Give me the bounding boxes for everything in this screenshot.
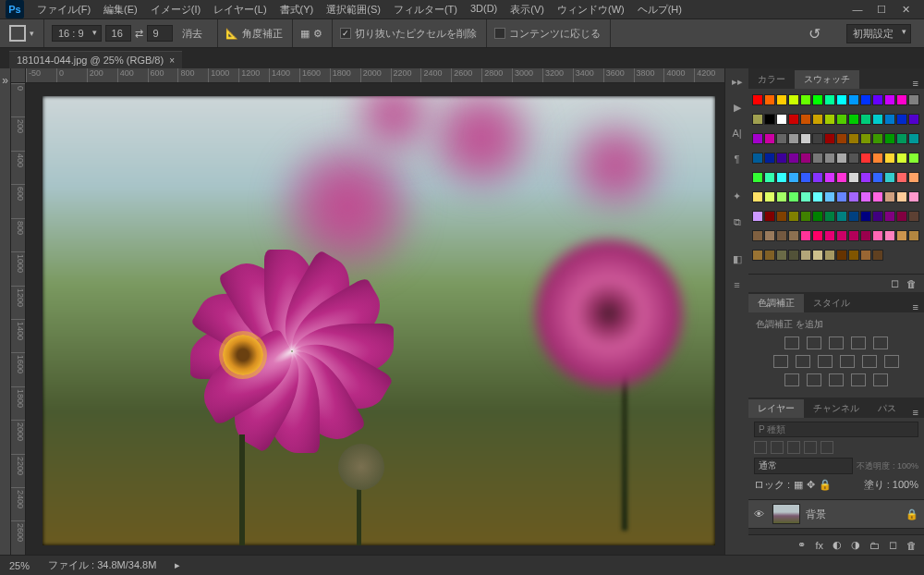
swatch-item[interactable] xyxy=(824,230,835,241)
swatch-item[interactable] xyxy=(896,230,907,241)
swatch-item[interactable] xyxy=(824,172,835,183)
tab-styles[interactable]: スタイル xyxy=(804,294,859,312)
swatch-item[interactable] xyxy=(752,230,763,241)
swatch-item[interactable] xyxy=(908,230,919,241)
menu-image[interactable]: イメージ(I) xyxy=(145,1,206,18)
swatch-item[interactable] xyxy=(872,94,883,105)
swatch-item[interactable] xyxy=(872,211,883,222)
close-tab-icon[interactable]: × xyxy=(169,55,175,66)
menu-layer[interactable]: レイヤー(L) xyxy=(208,1,272,18)
swatch-item[interactable] xyxy=(896,172,907,183)
swatch-item[interactable] xyxy=(896,133,907,144)
swatch-item[interactable] xyxy=(812,250,823,261)
adj-selective-icon[interactable] xyxy=(873,373,888,386)
swatch-item[interactable] xyxy=(776,230,787,241)
swatch-item[interactable] xyxy=(824,94,835,105)
swatch-item[interactable] xyxy=(752,153,763,164)
swatch-item[interactable] xyxy=(776,172,787,183)
swatch-item[interactable] xyxy=(812,114,823,125)
status-menu-icon[interactable]: ▸ xyxy=(175,559,180,571)
swatch-item[interactable] xyxy=(800,191,811,202)
swatch-item[interactable] xyxy=(884,153,895,164)
swatch-item[interactable] xyxy=(812,172,823,183)
measure-icon[interactable]: ≡ xyxy=(730,277,745,292)
tab-color[interactable]: カラー xyxy=(748,70,795,89)
swatch-item[interactable] xyxy=(764,250,775,261)
filter-smart-icon[interactable] xyxy=(821,441,833,454)
swatch-item[interactable] xyxy=(860,153,871,164)
adj-brightness-icon[interactable] xyxy=(784,336,799,349)
paragraph-icon[interactable]: ¶ xyxy=(730,152,745,166)
swatch-item[interactable] xyxy=(836,133,847,144)
swatch-item[interactable] xyxy=(908,114,919,125)
menu-filter[interactable]: フィルター(T) xyxy=(388,1,463,18)
swatch-item[interactable] xyxy=(788,250,799,261)
swatch-item[interactable] xyxy=(848,230,859,241)
panel-menu-icon[interactable]: ≡ xyxy=(907,78,924,89)
swatch-item[interactable] xyxy=(788,94,799,105)
swatch-item[interactable] xyxy=(908,191,919,202)
swatch-item[interactable] xyxy=(860,211,871,222)
swatch-item[interactable] xyxy=(872,133,883,144)
layer-thumbnail[interactable] xyxy=(772,504,800,524)
menu-select[interactable]: 選択範囲(S) xyxy=(321,1,386,18)
swatch-item[interactable] xyxy=(788,211,799,222)
swatch-item[interactable] xyxy=(872,250,883,261)
swatch-item[interactable] xyxy=(836,191,847,202)
swatch-item[interactable] xyxy=(764,211,775,222)
swatch-item[interactable] xyxy=(860,94,871,105)
swatch-item[interactable] xyxy=(836,211,847,222)
swatch-item[interactable] xyxy=(908,94,919,105)
swatch-item[interactable] xyxy=(776,250,787,261)
swatch-item[interactable] xyxy=(752,172,763,183)
swatch-item[interactable] xyxy=(812,211,823,222)
swatch-item[interactable] xyxy=(848,172,859,183)
swatch-item[interactable] xyxy=(788,153,799,164)
adj-hue-icon[interactable] xyxy=(773,355,788,368)
swap-icon[interactable]: ⇄ xyxy=(135,28,143,40)
new-layer-icon[interactable]: ◻ xyxy=(889,539,897,551)
swatch-item[interactable] xyxy=(848,94,859,105)
swatch-item[interactable] xyxy=(860,133,871,144)
clone-icon[interactable]: ⧉ xyxy=(730,214,745,229)
swatch-item[interactable] xyxy=(884,133,895,144)
history-icon[interactable]: ▸▸ xyxy=(730,74,745,89)
swatch-item[interactable] xyxy=(812,191,823,202)
swatch-item[interactable] xyxy=(908,133,919,144)
menu-help[interactable]: ヘルプ(H) xyxy=(632,1,687,18)
gear-icon[interactable]: ⚙ xyxy=(313,28,322,40)
workspace-select[interactable]: 初期設定 xyxy=(846,24,911,43)
ruler-vertical[interactable]: 0200400600800100012001400160018002000220… xyxy=(11,83,26,555)
swatch-item[interactable] xyxy=(764,191,775,202)
new-adjustment-icon[interactable]: ◑ xyxy=(851,539,860,551)
crop-tool-icon[interactable] xyxy=(9,25,26,42)
swatch-item[interactable] xyxy=(836,172,847,183)
swatch-item[interactable] xyxy=(764,153,775,164)
swatch-item[interactable] xyxy=(776,211,787,222)
swatch-item[interactable] xyxy=(824,133,835,144)
menu-window[interactable]: ウィンドウ(W) xyxy=(552,1,630,18)
delete-swatch-icon[interactable]: 🗑 xyxy=(906,278,917,289)
swatch-item[interactable] xyxy=(884,114,895,125)
swatch-item[interactable] xyxy=(812,133,823,144)
adj-vibrance-icon[interactable] xyxy=(873,336,888,349)
swatch-item[interactable] xyxy=(872,153,883,164)
layer-mask-icon[interactable]: ◐ xyxy=(833,539,842,551)
swatch-item[interactable] xyxy=(764,230,775,241)
swatch-item[interactable] xyxy=(752,114,763,125)
swatch-item[interactable] xyxy=(824,153,835,164)
swatch-item[interactable] xyxy=(764,114,775,125)
swatch-item[interactable] xyxy=(908,211,919,222)
swatch-item[interactable] xyxy=(836,230,847,241)
swatch-item[interactable] xyxy=(788,230,799,241)
swatch-item[interactable] xyxy=(884,211,895,222)
swatch-item[interactable] xyxy=(776,153,787,164)
swatch-item[interactable] xyxy=(812,94,823,105)
swatch-item[interactable] xyxy=(884,191,895,202)
swatch-item[interactable] xyxy=(896,211,907,222)
swatch-item[interactable] xyxy=(800,94,811,105)
layer-visibility-icon[interactable]: 👁 xyxy=(754,508,767,520)
swatch-item[interactable] xyxy=(764,172,775,183)
aspect-ratio-select[interactable]: 16 : 9 xyxy=(52,25,102,42)
adj-threshold-icon[interactable] xyxy=(829,373,844,386)
